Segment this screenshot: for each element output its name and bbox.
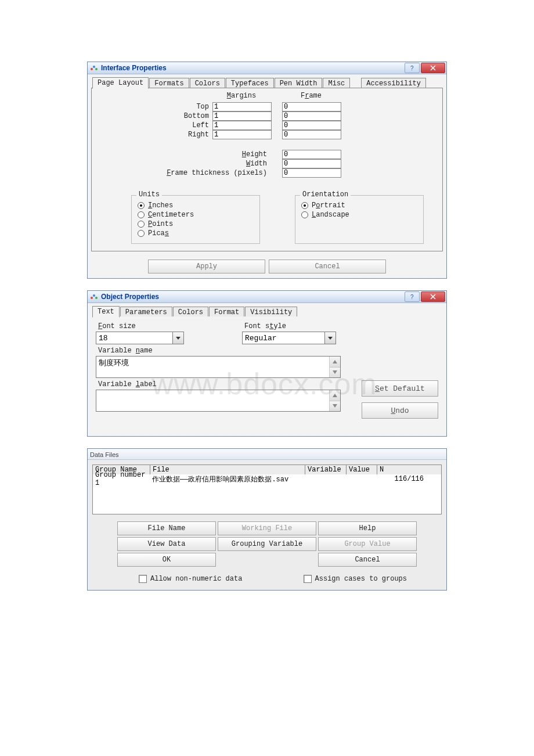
window-title: Data Files [88,449,446,460]
chevron-up-icon[interactable] [330,390,340,401]
chevron-down-icon[interactable] [324,332,335,344]
svg-text:?: ? [410,294,414,300]
grouping-variable-button[interactable]: Grouping Variable [218,537,316,551]
tabs-row: Page Layout Formats Colors Typefaces Pen… [91,77,443,88]
svg-point-1 [93,66,95,68]
tab-page-layout[interactable]: Page Layout [92,77,149,89]
svg-marker-13 [328,337,333,340]
units-points[interactable]: Points [138,220,254,228]
font-style-combo[interactable]: Regular [242,332,336,344]
frame-top-input[interactable] [282,102,341,111]
variable-name-input[interactable]: 制度环境 [96,356,341,378]
radio-icon [138,221,145,228]
font-size-combo[interactable]: 18 [96,332,184,344]
page-layout-panel: Margins Frame Top Bottom Left [91,88,443,251]
label-left: Left [96,121,212,129]
view-data-button[interactable]: View Data [117,537,216,551]
app-icon [89,292,99,301]
frame-bottom-input[interactable] [282,111,341,121]
object-properties-window: Object Properties ? Text Parameters Colo… [87,290,447,437]
text-panel: Font size 18 Font style Regular [91,316,443,428]
allow-non-numeric-label: Allow non-numeric data [150,575,242,583]
orientation-landscape[interactable]: Landscape [301,211,417,219]
units-picas[interactable]: Picas [138,229,254,237]
font-style-value: Regular [243,332,324,344]
close-button[interactable] [421,291,445,302]
data-files-window: Data Files Group Name File Variable Valu… [87,448,447,591]
radio-icon [138,202,145,209]
margin-left-input[interactable] [212,121,272,130]
cell-file: 作业数据——政府信用影响因素原始数据.sav [150,474,304,484]
spinner[interactable] [329,390,340,411]
chevron-up-icon[interactable] [330,357,340,368]
width-input[interactable] [282,159,341,168]
close-button[interactable] [421,63,445,73]
window-title: Interface Properties [101,64,167,72]
label-right: Right [96,131,212,139]
checkbox-icon [139,575,147,583]
orientation-legend: Orientation [300,190,351,199]
units-group: Units Inches Centimeters Points Picas [131,195,260,244]
radio-icon [138,211,145,218]
margin-top-input[interactable] [212,102,272,111]
cancel-button[interactable]: Cancel [318,553,417,567]
ok-button[interactable]: OK [117,553,216,567]
label-top: Top [96,103,212,111]
variable-label-value [96,390,329,411]
frame-left-input[interactable] [282,121,341,130]
table-row[interactable]: Group number 1 作业数据——政府信用影响因素原始数据.sav 11… [93,474,441,484]
apply-button[interactable]: Apply [148,260,265,273]
set-default-button[interactable]: Set Default [362,380,438,397]
cell-n: 116/116 [375,475,441,483]
units-inches[interactable]: Inches [138,201,254,210]
margin-right-input[interactable] [212,130,272,139]
data-files-list[interactable]: Group Name File Variable Value N Group n… [92,465,442,514]
allow-non-numeric-check[interactable]: Allow non-numeric data [139,575,242,583]
title-bar[interactable]: Interface Properties ? [88,62,446,74]
variable-name-label: Variable name [98,347,344,355]
cancel-button[interactable]: Cancel [269,260,386,273]
file-name-button[interactable]: File Name [117,521,216,535]
height-input[interactable] [282,150,341,159]
chevron-down-icon[interactable] [330,368,340,378]
col-value[interactable]: Value [347,465,377,474]
tab-text[interactable]: Text [92,306,120,318]
svg-point-2 [95,68,98,70]
frame-right-input[interactable] [282,130,341,139]
app-icon [89,63,99,73]
help-button[interactable]: Help [318,521,417,535]
col-variable[interactable]: Variable [305,465,347,474]
font-style-label: Font style [244,322,336,330]
variable-label-input[interactable] [96,390,341,412]
svg-marker-15 [333,370,337,374]
svg-marker-12 [176,337,181,340]
orientation-group: Orientation Portrait Landscape [295,195,424,244]
group-value-button[interactable]: Group Value [318,537,417,551]
svg-marker-16 [333,394,337,397]
col-n[interactable]: N [377,465,441,474]
assign-cases-check[interactable]: Assign cases to groups [304,575,407,583]
radio-icon [301,211,308,218]
svg-marker-14 [333,360,337,363]
margin-bottom-input[interactable] [212,111,272,121]
chevron-down-icon[interactable] [172,332,183,344]
variable-label-label: Variable label [98,380,344,388]
svg-point-0 [91,68,93,70]
spinner[interactable] [329,357,340,377]
undo-button[interactable]: Undo [362,402,438,419]
svg-marker-17 [333,404,337,408]
col-file[interactable]: File [150,465,305,474]
svg-point-7 [93,294,95,297]
working-file-button[interactable]: Working File [218,521,316,535]
interface-properties-window: Interface Properties ? Page Layout Forma… [87,62,447,279]
orientation-portrait[interactable]: Portrait [301,201,417,210]
help-button[interactable]: ? [405,291,420,302]
svg-point-8 [95,297,98,299]
help-button[interactable]: ? [405,63,420,73]
cell-group: Group number 1 [93,471,150,487]
frame-thickness-input[interactable] [282,168,341,178]
chevron-down-icon[interactable] [330,401,340,412]
window-title: Object Properties [101,293,159,301]
title-bar[interactable]: Object Properties ? [88,291,446,303]
units-centimeters[interactable]: Centimeters [138,211,254,219]
